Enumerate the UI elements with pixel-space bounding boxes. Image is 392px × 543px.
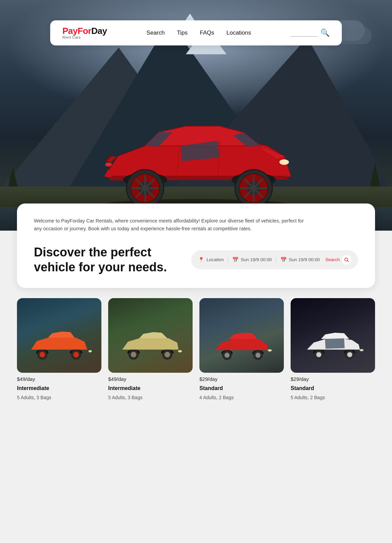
cars-grid: $49/day Intermediate 5 Adults, 3 Bags $4… [17,298,375,400]
svg-point-42 [268,349,272,352]
car-price-0: $49/day [17,376,101,382]
hero-car [77,102,315,210]
car-price-1: $49/day [108,376,193,382]
discover-row: Discover the perfect vehicle for your ne… [34,245,358,274]
nav-faqs-link[interactable]: FAQs [200,30,214,36]
car-card-3[interactable]: $29/day Standard 5 Adults, 2 Bags [291,298,375,400]
calendar2-icon: 📅 [280,257,287,263]
car-capacity-2: 4 Adults, 2 Bags [199,395,284,400]
logo: PayForDay Rent Cars [62,26,107,39]
widget-search-button[interactable]: Search [325,255,351,265]
svg-point-49 [359,349,364,351]
svg-point-45 [316,352,321,357]
discover-line2: vehicle for your needs. [34,260,167,274]
divider-2 [276,256,276,263]
svg-point-18 [279,159,289,165]
welcome-text: Welcome to PayForday Car Rentals, where … [34,217,305,233]
nav-locations-link[interactable]: Locations [227,30,251,36]
location-field[interactable]: 📍 Location [198,257,224,263]
car-card-0[interactable]: $49/day Intermediate 5 Adults, 3 Bags [17,298,101,400]
svg-point-31 [131,352,136,357]
svg-point-27 [73,352,79,357]
date1-field[interactable]: 📅 Sun 19/9 00:00 [232,257,272,263]
car-image-2 [199,298,284,373]
car-name-3: Standard [291,385,375,391]
widget-search-icon [342,255,351,265]
svg-point-38 [224,353,230,358]
calendar1-icon: 📅 [232,257,239,263]
svg-point-28 [89,350,92,352]
divider-1 [228,256,228,263]
header-search-icon[interactable]: 🔍 [320,28,330,37]
car-price-3: $29/day [291,376,375,382]
svg-point-24 [39,352,45,357]
car-capacity-0: 5 Adults, 3 Bags [17,395,101,400]
car-image-1 [108,298,193,373]
nav-tips-link[interactable]: Tips [177,30,188,36]
logo-sub: Rent Cars [62,36,107,39]
nav-search-link[interactable]: Search [146,30,165,36]
date2-label: Sun 19/9 00:00 [289,257,320,262]
header-search: 🔍 [291,28,330,37]
discover-line1: Discover the perfect [34,245,151,259]
header-search-input[interactable] [291,29,318,37]
logo-brand: PayForDay [62,26,107,35]
car-card-1[interactable]: $49/day Intermediate 5 Adults, 3 Bags [108,298,193,400]
car-name-2: Standard [199,385,284,391]
svg-line-21 [348,260,349,262]
widget-search-label: Search [325,257,340,262]
car-capacity-3: 5 Adults, 2 Bags [291,395,375,400]
discover-heading: Discover the perfect vehicle for your ne… [34,245,167,274]
svg-point-48 [347,352,352,357]
search-widget: 📍 Location 📅 Sun 19/9 00:00 📅 Sun 19/9 0… [191,250,358,269]
car-name-0: Intermediate [17,385,101,391]
car-name-1: Intermediate [108,385,193,391]
svg-point-34 [164,352,170,357]
svg-point-41 [255,353,260,358]
location-icon: 📍 [198,257,204,263]
car-card-2[interactable]: $29/day Standard 4 Adults, 2 Bags [199,298,284,400]
header: PayForDay Rent Cars Search Tips FAQs Loc… [50,20,342,45]
main-nav: Search Tips FAQs Locations [146,30,251,36]
car-capacity-1: 5 Adults, 3 Bags [108,395,193,400]
content-section: Welcome to PayForday Car Rentals, where … [17,203,375,288]
car-image-3 [291,298,375,373]
date2-field[interactable]: 📅 Sun 19/9 00:00 [280,257,320,263]
location-label: Location [207,257,224,262]
svg-point-19 [105,162,112,167]
svg-point-35 [178,350,182,352]
car-image-0 [17,298,101,373]
car-price-2: $29/day [199,376,284,382]
date1-label: Sun 19/9 00:00 [241,257,272,262]
